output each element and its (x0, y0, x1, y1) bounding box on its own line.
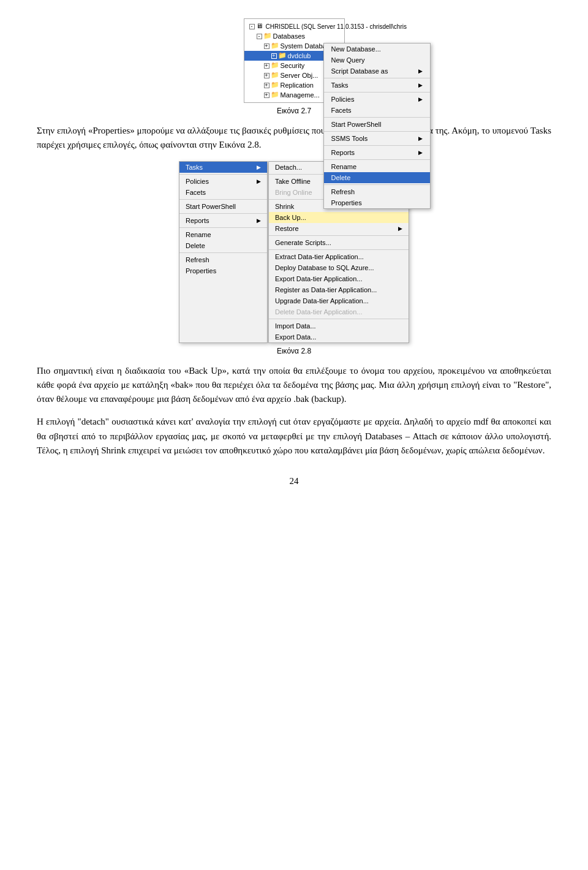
lm-delete-label: Delete (186, 242, 205, 249)
cm-reports-arrow: ▶ (418, 149, 423, 156)
figure1-area: - 🖥 CHRISDELL (SQL Server 11.0.3153 - ch… (37, 18, 551, 103)
rm-export-data[interactable]: Export Data... (269, 331, 409, 342)
cm-facets-label: Facets (331, 107, 352, 114)
rm-sep5 (269, 319, 409, 319)
rm-deploy-sql-azure[interactable]: Deploy Database to SQL Azure... (269, 262, 409, 273)
rm-backup[interactable]: Back Up... (269, 212, 409, 223)
cm-new-query-label: New Query (331, 56, 365, 64)
lm-facets[interactable]: Facets (179, 187, 267, 198)
server-icon: 🖥 (256, 22, 265, 31)
rm-import-data[interactable]: Import Data... (269, 320, 409, 331)
rm-generate-scripts-label: Generate Scripts... (275, 239, 331, 246)
lm-reports[interactable]: Reports ▶ (179, 215, 267, 226)
lm-powershell-label: Start PowerShell (186, 203, 236, 210)
rm-upgrade-data-tier-label: Upgrade Data-tier Application... (275, 297, 369, 304)
context-menu-1: New Database... New Query Script Databas… (323, 43, 431, 209)
paragraph2: Πιο σημαντική είναι η διαδικασία του «Ba… (37, 364, 551, 407)
lm-tasks[interactable]: Tasks ▶ (179, 162, 267, 173)
expand-security[interactable]: + (264, 63, 270, 69)
cm-script-arrow: ▶ (418, 68, 423, 74)
cm-tasks[interactable]: Tasks ▶ (324, 80, 430, 91)
cm-refresh-label: Refresh (331, 188, 355, 195)
rm-sep4 (269, 249, 409, 250)
tree-item-databases: - 📁 Databases (244, 31, 344, 41)
cm-policies-label: Policies (331, 96, 355, 103)
rm-register-data-tier[interactable]: Register as Data-tier Application... (269, 284, 409, 295)
folder-server-obj-icon: 📁 (271, 71, 279, 80)
security-label: Security (281, 62, 305, 69)
server-obj-label: Server Obj... (281, 72, 318, 79)
expand-dvdclub[interactable]: + (271, 53, 277, 59)
expand-system-db[interactable]: + (264, 44, 270, 49)
cm-powershell[interactable]: Start PowerShell (324, 119, 430, 130)
cm-new-database[interactable]: New Database... (324, 44, 430, 55)
expand-server-obj[interactable]: + (264, 73, 270, 78)
expand-server[interactable]: - (249, 24, 255, 29)
lm-sep3 (179, 213, 267, 214)
lm-sep2 (179, 199, 267, 200)
rm-import-data-label: Import Data... (275, 322, 316, 330)
rm-deploy-sql-azure-label: Deploy Database to SQL Azure... (275, 264, 374, 271)
folder-dvdclub-icon: 📁 (278, 51, 287, 60)
rm-restore[interactable]: Restore ▶ (269, 223, 409, 234)
lm-properties-label: Properties (186, 267, 216, 274)
tree-item-server: - 🖥 CHRISDELL (SQL Server 11.0.3153 - ch… (244, 21, 344, 31)
page-number: 24 (37, 476, 551, 486)
rm-restore-arrow: ▶ (398, 225, 402, 232)
rm-export-data-label: Export Data... (275, 333, 316, 341)
rm-restore-label: Restore (275, 225, 299, 232)
cm-sep1 (324, 78, 430, 78)
cm-ssms-tools[interactable]: SSMS Tools ▶ (324, 133, 430, 144)
paragraph1: Στην επιλογή «Properties» μπορούμε να αλ… (37, 124, 551, 153)
lm-delete[interactable]: Delete (179, 240, 267, 251)
lm-powershell[interactable]: Start PowerShell (179, 201, 267, 212)
rm-export-data-tier[interactable]: Export Data-tier Application... (269, 273, 409, 284)
lm-rename[interactable]: Rename (179, 229, 267, 240)
left-menu: Tasks ▶ Policies ▶ Facets Start PowerShe… (179, 161, 268, 343)
databases-label: Databases (273, 32, 306, 40)
cm-sep6 (324, 159, 430, 160)
lm-tasks-arrow: ▶ (257, 164, 261, 170)
cm-sep7 (324, 184, 430, 185)
cm-script-database[interactable]: Script Database as ▶ (324, 66, 430, 77)
rm-bring-online-label: Bring Online (275, 189, 312, 196)
cm-sep2 (324, 92, 430, 93)
rm-generate-scripts[interactable]: Generate Scripts... (269, 237, 409, 248)
rm-extract-data-tier[interactable]: Extract Data-tier Application... (269, 251, 409, 262)
expand-management[interactable]: + (264, 93, 270, 98)
cm-properties[interactable]: Properties (324, 197, 430, 208)
cm-policies[interactable]: Policies ▶ (324, 94, 430, 105)
rm-upgrade-data-tier[interactable]: Upgrade Data-tier Application... (269, 295, 409, 306)
cm-tasks-arrow: ▶ (418, 82, 423, 88)
cm-sep4 (324, 131, 430, 132)
rm-detach-label: Detach... (275, 164, 302, 171)
caption-figure2: Εικόνα 2.8 (37, 347, 551, 355)
cm-new-query[interactable]: New Query (324, 55, 430, 66)
cm-facets[interactable]: Facets (324, 105, 430, 116)
rm-register-data-tier-label: Register as Data-tier Application... (275, 286, 377, 293)
expand-databases[interactable]: - (257, 34, 262, 39)
cm-reports[interactable]: Reports ▶ (324, 147, 430, 158)
expand-replication[interactable]: + (264, 83, 270, 88)
paragraph3: Η επιλογή "detach" ουσιαστικά κάνει κατ'… (37, 415, 551, 458)
folder-databases-icon: 📁 (263, 32, 272, 40)
dvdclub-label: dvdclub (288, 52, 311, 59)
cm-delete[interactable]: Delete (324, 172, 430, 183)
lm-policies-label: Policies (186, 178, 209, 185)
replication-label: Replication (281, 81, 314, 89)
cm-policies-arrow: ▶ (418, 96, 423, 102)
cm-ssms-arrow: ▶ (418, 135, 423, 142)
cm-sep5 (324, 145, 430, 146)
lm-policies[interactable]: Policies ▶ (179, 176, 267, 187)
folder-system-icon: 📁 (271, 42, 279, 50)
cm-powershell-label: Start PowerShell (331, 121, 382, 128)
lm-rename-label: Rename (186, 231, 211, 238)
server-label: CHRISDELL (SQL Server 11.0.3153 - chrisd… (266, 23, 407, 30)
lm-tasks-label: Tasks (186, 164, 203, 171)
cm-refresh[interactable]: Refresh (324, 186, 430, 197)
management-label: Manageme... (281, 91, 320, 99)
lm-properties[interactable]: Properties (179, 265, 267, 276)
lm-reports-arrow: ▶ (257, 218, 261, 224)
cm-rename[interactable]: Rename (324, 161, 430, 172)
lm-refresh[interactable]: Refresh (179, 254, 267, 265)
